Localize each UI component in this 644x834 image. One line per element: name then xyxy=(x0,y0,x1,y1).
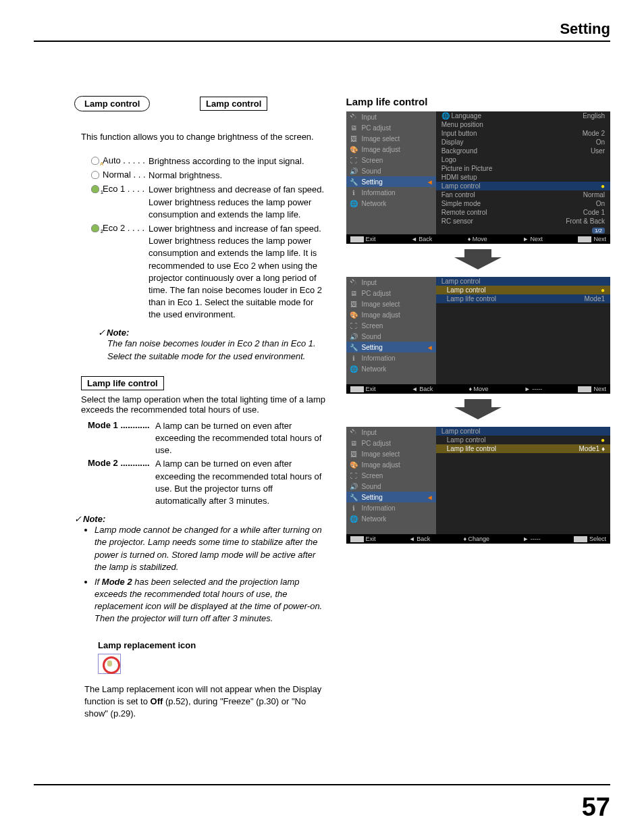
osd-nav-pc-adjust: 🖥PC adjust xyxy=(346,122,436,133)
image-select-icon: 🖼 xyxy=(349,450,358,458)
osd1-row-background: BackgroundUser xyxy=(436,147,610,155)
option-eco2: Eco 2 . . . . Lower brightness and incre… xyxy=(88,223,326,321)
osd-nav-network: 🌐Network xyxy=(346,198,436,209)
image-adjust-icon: 🎨 xyxy=(349,145,358,153)
osd1-row-hdmi-setup: HDMI setup xyxy=(436,173,610,182)
pc-adjust-icon: 🖥 xyxy=(349,124,358,132)
replacement-text: The Lamp replacement icon will not appea… xyxy=(84,683,326,721)
arrow-down-icon xyxy=(346,399,610,421)
osd3-content: Lamp control Lamp control●Lamp life cont… xyxy=(436,427,610,534)
osd-nav-image-adjust: 🎨Image adjust xyxy=(346,144,436,155)
osd3-footer: Exit ◄ Back ♦ Change ► ----- Select xyxy=(346,534,610,544)
osd1-row-picture-in-picture: Picture in Picture xyxy=(436,164,610,173)
osd1-content: 🌐 LanguageEnglishMenu positionInput butt… xyxy=(436,111,610,234)
pill-lamp-control: Lamp control xyxy=(74,96,150,111)
osd-nav-network: 🌐Network xyxy=(346,363,436,374)
osd2-nav: 🔌Input🖥PC adjust🖼Image select🎨Image adju… xyxy=(346,277,436,384)
osd-nav-screen: ⛶Screen xyxy=(346,155,436,165)
option-normal: Normal . . . Normal brightness. xyxy=(88,170,326,182)
osd-nav-information: ℹInformation xyxy=(346,187,436,198)
left-column: Lamp control Lamp control This function … xyxy=(34,96,326,720)
replacement-icon-section: Lamp replacement icon xyxy=(98,640,326,679)
lamp-life-intro: Select the lamp operation when the total… xyxy=(81,394,326,415)
osd-nav-setting: 🔧Setting◄ xyxy=(346,492,436,502)
osd-nav-input: 🔌Input xyxy=(346,111,436,122)
pc-adjust-icon: 🖥 xyxy=(349,289,358,297)
subheading-lamp-life: Lamp life control xyxy=(81,376,164,390)
osd1-row-display: DisplayOn xyxy=(436,138,610,147)
osd-nav-network: 🌐Network xyxy=(346,513,436,524)
osd-nav-image-adjust: 🎨Image adjust xyxy=(346,309,436,320)
input-icon: 🔌 xyxy=(349,113,358,121)
pc-adjust-icon: 🖥 xyxy=(349,439,358,447)
osd1-row-logo: Logo xyxy=(436,155,610,164)
osd-nav-sound: 🔊Sound xyxy=(346,165,436,176)
sound-icon: 🔊 xyxy=(349,332,358,340)
svg-marker-1 xyxy=(454,399,502,419)
osd1-row-lamp-control: Lamp control● xyxy=(436,182,610,190)
osd-nav-pc-adjust: 🖥PC adjust xyxy=(346,438,436,448)
osd-nav-information: ℹInformation xyxy=(346,502,436,513)
main-layout: Lamp control Lamp control This function … xyxy=(34,96,610,720)
osd-nav-input: 🔌Input xyxy=(346,277,436,288)
bulb-auto-icon xyxy=(88,155,103,167)
osd-nav-screen: ⛶Screen xyxy=(346,320,436,331)
mode2-row: Mode 2 ............ A lamp can be turned… xyxy=(88,458,326,507)
input-icon: 🔌 xyxy=(349,428,358,436)
setting-icon: 🔧 xyxy=(349,178,358,186)
osd-nav-screen: ⛶Screen xyxy=(346,470,436,481)
replacement-icon-title: Lamp replacement icon xyxy=(98,640,326,650)
osd2-footer: Exit ◄ Back ♦ Move ► ----- Next xyxy=(346,384,610,394)
option-auto: Auto . . . . . Brightness according to t… xyxy=(88,155,326,167)
osd1-row-rc-sensor: RC sensorFront & Back xyxy=(436,217,610,226)
image-select-icon: 🖼 xyxy=(349,134,358,142)
sound-icon: 🔊 xyxy=(349,482,358,490)
right-column: Lamp life control 🔌Input🖥PC adjust🖼Image… xyxy=(346,96,610,720)
option-eco1: Eco 1 . . . . Lower brightness and decre… xyxy=(88,184,326,221)
network-icon: 🌐 xyxy=(349,365,358,373)
osd1-row-badge: 1/2 xyxy=(436,226,610,234)
osd1-row-remote-control: Remote controlCode 1 xyxy=(436,208,610,217)
osd-nav-sound: 🔊Sound xyxy=(346,481,436,492)
screen-icon: ⛶ xyxy=(349,156,358,164)
mode1-row: Mode 1 ............ A lamp can be turned… xyxy=(88,420,326,457)
osd1-row-fan-control: Fan controlNormal xyxy=(436,190,610,199)
input-icon: 🔌 xyxy=(349,278,358,286)
osd-nav-image-select: 🖼Image select xyxy=(346,133,436,144)
osd-row-lamp-life-control: Lamp life controlMode1 ♦ xyxy=(436,444,610,453)
lamp-control-note: Note: The fan noise becomes louder in Ec… xyxy=(98,328,326,362)
osd-nav-image-adjust: 🎨Image adjust xyxy=(346,459,436,470)
image-select-icon: 🖼 xyxy=(349,300,358,308)
lamp-life-notes: Note: Lamp mode cannot be changed for a … xyxy=(74,514,326,625)
information-icon: ℹ xyxy=(349,504,358,512)
osd1-row-menu-position: Menu position xyxy=(436,120,610,129)
osd1-row-simple-mode: Simple modeOn xyxy=(436,199,610,208)
image-adjust-icon: 🎨 xyxy=(349,461,358,469)
osd1-footer: Exit ◄ Back ♦ Move ► Next Next xyxy=(346,234,610,244)
image-adjust-icon: 🎨 xyxy=(349,311,358,319)
network-icon: 🌐 xyxy=(349,515,358,523)
osd-screenshot-2: 🔌Input🖥PC adjust🖼Image select🎨Image adju… xyxy=(346,277,610,394)
osd-row-lamp-control: Lamp control● xyxy=(436,286,610,294)
page-header-title: Setting xyxy=(34,20,610,42)
information-icon: ℹ xyxy=(349,188,358,197)
osd-nav-image-select: 🖼Image select xyxy=(346,298,436,309)
sound-icon: 🔊 xyxy=(349,167,358,175)
subheading-lamp-control: Lamp control xyxy=(200,97,267,111)
osd-nav-setting: 🔧Setting◄ xyxy=(346,176,436,187)
information-icon: ℹ xyxy=(349,354,358,362)
arrow-down-icon xyxy=(346,249,610,271)
bulb-eco1-icon xyxy=(88,184,103,195)
osd-row-lamp-control: Lamp control● xyxy=(436,436,610,444)
osd-nav-image-select: 🖼Image select xyxy=(346,448,436,459)
osd-nav-pc-adjust: 🖥PC adjust xyxy=(346,288,436,298)
note-2: If Mode 2 has been selected and the proj… xyxy=(95,576,326,625)
footer-rule xyxy=(34,784,610,785)
setting-icon: 🔧 xyxy=(349,493,358,501)
osd1-row-language: 🌐 LanguageEnglish xyxy=(436,111,610,120)
bulb-normal-icon xyxy=(88,170,103,181)
setting-icon: 🔧 xyxy=(349,343,358,351)
osd-nav-information: ℹInformation xyxy=(346,353,436,363)
osd-screenshot-3: 🔌Input🖥PC adjust🖼Image select🎨Image adju… xyxy=(346,427,610,544)
osd-row-lamp-life-control: Lamp life controlMode1 xyxy=(436,294,610,303)
